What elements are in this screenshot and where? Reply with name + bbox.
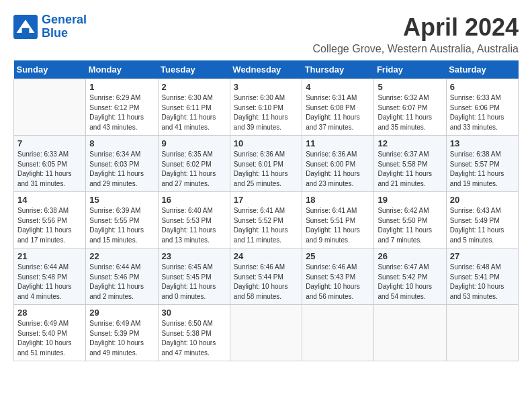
day-number: 20 xyxy=(450,195,515,205)
day-info: Sunrise: 6:40 AMSunset: 5:53 PMDaylight:… xyxy=(162,206,226,245)
day-number: 11 xyxy=(306,138,370,148)
calendar-cell xyxy=(374,305,446,361)
day-info: Sunrise: 6:44 AMSunset: 5:48 PMDaylight:… xyxy=(17,263,82,302)
day-number: 7 xyxy=(17,138,82,148)
calendar-cell: 17Sunrise: 6:41 AMSunset: 5:52 PMDayligh… xyxy=(230,192,302,248)
title-block: April 2024 College Grove, Western Austra… xyxy=(312,13,519,55)
calendar-cell: 30Sunrise: 6:50 AMSunset: 5:38 PMDayligh… xyxy=(158,305,230,361)
day-number: 16 xyxy=(162,195,226,205)
day-number: 9 xyxy=(162,138,226,148)
logo-line1: General xyxy=(42,13,87,26)
day-info: Sunrise: 6:50 AMSunset: 5:38 PMDaylight:… xyxy=(162,319,226,358)
day-info: Sunrise: 6:45 AMSunset: 5:45 PMDaylight:… xyxy=(162,263,226,302)
day-number: 23 xyxy=(162,251,226,261)
day-info: Sunrise: 6:44 AMSunset: 5:46 PMDaylight:… xyxy=(89,263,154,302)
day-number: 25 xyxy=(306,251,370,261)
day-number: 2 xyxy=(162,82,226,92)
page-header: General Blue April 2024 College Grove, W… xyxy=(13,13,519,55)
calendar-cell: 5Sunrise: 6:32 AMSunset: 6:07 PMDaylight… xyxy=(374,79,446,136)
week-row-2: 7Sunrise: 6:33 AMSunset: 6:05 PMDaylight… xyxy=(14,136,519,192)
day-number: 29 xyxy=(89,308,154,318)
calendar-cell: 2Sunrise: 6:30 AMSunset: 6:11 PMDaylight… xyxy=(158,79,230,136)
day-number: 1 xyxy=(89,82,154,92)
day-info: Sunrise: 6:46 AMSunset: 5:43 PMDaylight:… xyxy=(306,263,370,302)
calendar-cell: 3Sunrise: 6:30 AMSunset: 6:10 PMDaylight… xyxy=(230,79,302,136)
day-number: 17 xyxy=(234,195,298,205)
day-info: Sunrise: 6:34 AMSunset: 6:03 PMDaylight:… xyxy=(89,150,154,189)
calendar-cell: 28Sunrise: 6:49 AMSunset: 5:40 PMDayligh… xyxy=(14,305,86,361)
calendar-cell: 9Sunrise: 6:35 AMSunset: 6:02 PMDaylight… xyxy=(158,136,230,192)
day-number: 12 xyxy=(378,138,442,148)
logo: General Blue xyxy=(13,13,87,40)
day-number: 10 xyxy=(234,138,298,148)
logo-icon xyxy=(13,15,38,39)
day-number: 22 xyxy=(89,251,154,261)
day-number: 27 xyxy=(450,251,515,261)
day-info: Sunrise: 6:39 AMSunset: 5:55 PMDaylight:… xyxy=(89,206,154,245)
day-info: Sunrise: 6:33 AMSunset: 6:05 PMDaylight:… xyxy=(17,150,82,189)
day-number: 13 xyxy=(450,138,515,148)
col-monday: Monday xyxy=(86,60,158,79)
day-info: Sunrise: 6:38 AMSunset: 5:56 PMDaylight:… xyxy=(17,206,82,245)
calendar-cell: 22Sunrise: 6:44 AMSunset: 5:46 PMDayligh… xyxy=(86,248,158,305)
day-info: Sunrise: 6:38 AMSunset: 5:57 PMDaylight:… xyxy=(450,150,515,189)
calendar-cell: 8Sunrise: 6:34 AMSunset: 6:03 PMDaylight… xyxy=(86,136,158,192)
day-info: Sunrise: 6:37 AMSunset: 5:58 PMDaylight:… xyxy=(378,150,442,189)
calendar-cell xyxy=(302,305,374,361)
col-saturday: Saturday xyxy=(446,60,518,79)
day-info: Sunrise: 6:35 AMSunset: 6:02 PMDaylight:… xyxy=(162,150,226,189)
calendar-cell: 13Sunrise: 6:38 AMSunset: 5:57 PMDayligh… xyxy=(446,136,518,192)
day-number: 26 xyxy=(378,251,442,261)
day-info: Sunrise: 6:30 AMSunset: 6:11 PMDaylight:… xyxy=(162,93,226,132)
calendar-body: 1Sunrise: 6:29 AMSunset: 6:12 PMDaylight… xyxy=(14,79,519,361)
day-number: 4 xyxy=(306,82,370,92)
col-wednesday: Wednesday xyxy=(230,60,302,79)
calendar-cell: 15Sunrise: 6:39 AMSunset: 5:55 PMDayligh… xyxy=(86,192,158,248)
calendar-cell: 23Sunrise: 6:45 AMSunset: 5:45 PMDayligh… xyxy=(158,248,230,305)
calendar-header: Sunday Monday Tuesday Wednesday Thursday… xyxy=(14,60,519,79)
day-info: Sunrise: 6:42 AMSunset: 5:50 PMDaylight:… xyxy=(378,206,442,245)
day-info: Sunrise: 6:32 AMSunset: 6:07 PMDaylight:… xyxy=(378,93,442,132)
day-number: 30 xyxy=(162,308,226,318)
header-row: Sunday Monday Tuesday Wednesday Thursday… xyxy=(14,60,519,79)
day-info: Sunrise: 6:41 AMSunset: 5:51 PMDaylight:… xyxy=(306,206,370,245)
col-tuesday: Tuesday xyxy=(158,60,230,79)
day-info: Sunrise: 6:36 AMSunset: 6:00 PMDaylight:… xyxy=(306,150,370,189)
calendar-cell: 7Sunrise: 6:33 AMSunset: 6:05 PMDaylight… xyxy=(14,136,86,192)
calendar-cell: 29Sunrise: 6:49 AMSunset: 5:39 PMDayligh… xyxy=(86,305,158,361)
day-info: Sunrise: 6:30 AMSunset: 6:10 PMDaylight:… xyxy=(234,93,298,132)
calendar-cell: 1Sunrise: 6:29 AMSunset: 6:12 PMDaylight… xyxy=(86,79,158,136)
day-number: 6 xyxy=(450,82,515,92)
calendar-table: Sunday Monday Tuesday Wednesday Thursday… xyxy=(13,60,519,361)
calendar-cell: 6Sunrise: 6:33 AMSunset: 6:06 PMDaylight… xyxy=(446,79,518,136)
day-info: Sunrise: 6:36 AMSunset: 6:01 PMDaylight:… xyxy=(234,150,298,189)
day-info: Sunrise: 6:49 AMSunset: 5:39 PMDaylight:… xyxy=(89,319,154,358)
calendar-cell xyxy=(446,305,518,361)
week-row-5: 28Sunrise: 6:49 AMSunset: 5:40 PMDayligh… xyxy=(14,305,519,361)
calendar-cell: 24Sunrise: 6:46 AMSunset: 5:44 PMDayligh… xyxy=(230,248,302,305)
day-info: Sunrise: 6:43 AMSunset: 5:49 PMDaylight:… xyxy=(450,206,515,245)
col-thursday: Thursday xyxy=(302,60,374,79)
day-number: 5 xyxy=(378,82,442,92)
calendar-cell: 21Sunrise: 6:44 AMSunset: 5:48 PMDayligh… xyxy=(14,248,86,305)
day-number: 8 xyxy=(89,138,154,148)
svg-rect-2 xyxy=(22,28,30,33)
calendar-cell: 26Sunrise: 6:47 AMSunset: 5:42 PMDayligh… xyxy=(374,248,446,305)
day-number: 3 xyxy=(234,82,298,92)
day-info: Sunrise: 6:47 AMSunset: 5:42 PMDaylight:… xyxy=(378,263,442,302)
day-info: Sunrise: 6:29 AMSunset: 6:12 PMDaylight:… xyxy=(89,93,154,132)
calendar-cell: 11Sunrise: 6:36 AMSunset: 6:00 PMDayligh… xyxy=(302,136,374,192)
day-info: Sunrise: 6:46 AMSunset: 5:44 PMDaylight:… xyxy=(234,263,298,302)
day-info: Sunrise: 6:31 AMSunset: 6:08 PMDaylight:… xyxy=(306,93,370,132)
day-number: 28 xyxy=(17,308,82,318)
day-info: Sunrise: 6:41 AMSunset: 5:52 PMDaylight:… xyxy=(234,206,298,245)
calendar-cell: 27Sunrise: 6:48 AMSunset: 5:41 PMDayligh… xyxy=(446,248,518,305)
col-friday: Friday xyxy=(374,60,446,79)
calendar-cell: 10Sunrise: 6:36 AMSunset: 6:01 PMDayligh… xyxy=(230,136,302,192)
calendar-cell: 20Sunrise: 6:43 AMSunset: 5:49 PMDayligh… xyxy=(446,192,518,248)
calendar-cell xyxy=(14,79,86,136)
calendar-cell: 14Sunrise: 6:38 AMSunset: 5:56 PMDayligh… xyxy=(14,192,86,248)
day-info: Sunrise: 6:48 AMSunset: 5:41 PMDaylight:… xyxy=(450,263,515,302)
day-number: 19 xyxy=(378,195,442,205)
day-number: 14 xyxy=(17,195,82,205)
